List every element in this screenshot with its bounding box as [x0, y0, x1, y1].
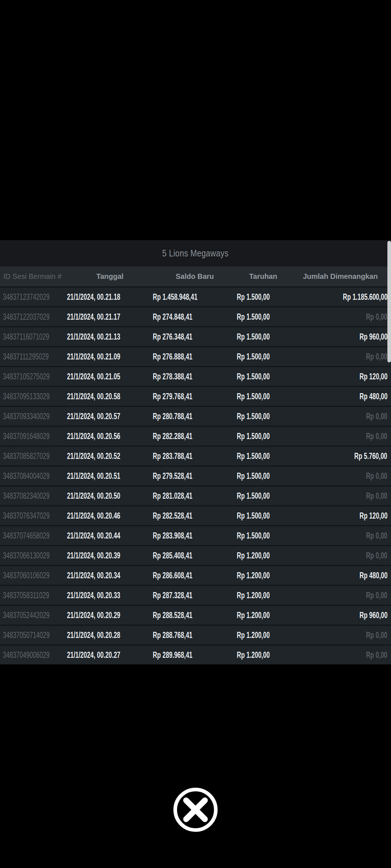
table-row: 34837060106029 21/1/2024, 00.20.34 Rp 28… — [0, 565, 391, 585]
new-balance-cell: Rp 283.908,41 — [153, 531, 237, 541]
date-cell: 21/1/2024, 00.20.44 — [67, 531, 153, 541]
date-cell: 21/1/2024, 00.20.29 — [67, 610, 153, 620]
bet-cell: Rp 1.200,00 — [237, 610, 290, 620]
amount-won-cell: Rp 0,00 — [290, 650, 391, 660]
new-balance-cell: Rp 282.528,41 — [153, 511, 237, 521]
screen: 5 Lions Megaways ID Sesi Bermain # Tangg… — [0, 0, 391, 868]
close-icon — [173, 828, 218, 833]
bet-cell: Rp 1.200,00 — [237, 551, 290, 561]
column-header-jumlah-dimenangkan: Jumlah Dimenangkan — [290, 272, 391, 281]
table-row: 34837082340029 21/1/2024, 00.20.50 Rp 28… — [0, 485, 391, 505]
amount-won-cell: Rp 0,00 — [290, 412, 391, 421]
bet-cell: Rp 1.500,00 — [237, 352, 290, 362]
amount-won-cell: Rp 0,00 — [290, 471, 391, 481]
amount-won-cell: Rp 960,00 — [290, 332, 391, 342]
new-balance-cell: Rp 276.888,41 — [153, 352, 237, 362]
date-cell: 21/1/2024, 00.21.18 — [67, 292, 153, 302]
bet-cell: Rp 1.500,00 — [237, 372, 290, 382]
session-id-cell: 34837052442029 — [0, 610, 67, 620]
amount-won-cell: Rp 960,00 — [290, 610, 391, 620]
scrollbar-thumb[interactable] — [387, 241, 391, 362]
new-balance-cell: Rp 279.768,41 — [153, 392, 237, 401]
session-id-cell: 34837123742029 — [0, 292, 67, 302]
new-balance-cell: Rp 283.788,41 — [153, 451, 237, 461]
bet-cell: Rp 1.500,00 — [237, 531, 290, 541]
bet-cell: Rp 1.500,00 — [237, 412, 290, 421]
table-row: 34837052442029 21/1/2024, 00.20.29 Rp 28… — [0, 605, 391, 625]
date-cell: 21/1/2024, 00.20.33 — [67, 591, 153, 600]
amount-won-cell: Rp 5.760,00 — [290, 451, 391, 461]
date-cell: 21/1/2024, 00.21.05 — [67, 372, 153, 382]
bet-cell: Rp 1.500,00 — [237, 431, 290, 441]
column-header-taruhan: Taruhan — [237, 272, 290, 281]
bet-cell: Rp 1.200,00 — [237, 571, 290, 580]
new-balance-cell: Rp 274.848,41 — [153, 312, 237, 322]
table-row: 34837085827029 21/1/2024, 00.20.52 Rp 28… — [0, 446, 391, 465]
date-cell: 21/1/2024, 00.20.51 — [67, 471, 153, 481]
table-row: 34837116071029 21/1/2024, 00.21.13 Rp 27… — [0, 326, 391, 346]
session-id-cell: 34837084004029 — [0, 471, 67, 481]
session-id-cell: 34837105275029 — [0, 372, 67, 382]
amount-won-cell: Rp 0,00 — [290, 591, 391, 600]
date-cell: 21/1/2024, 00.20.57 — [67, 412, 153, 421]
table-row: 34837123742029 21/1/2024, 00.21.18 Rp 1.… — [0, 286, 391, 306]
table-row: 34837105275029 21/1/2024, 00.21.05 Rp 27… — [0, 366, 391, 386]
game-history-modal: 5 Lions Megaways ID Sesi Bermain # Tangg… — [0, 240, 391, 664]
table-row: 34837093340029 21/1/2024, 00.20.57 Rp 28… — [0, 406, 391, 426]
table-row: 34837084004029 21/1/2024, 00.20.51 Rp 27… — [0, 465, 391, 485]
session-id-cell: 34837091648029 — [0, 431, 67, 441]
date-cell: 21/1/2024, 00.20.58 — [67, 392, 153, 401]
bet-cell: Rp 1.500,00 — [237, 511, 290, 521]
amount-won-cell: Rp 480,00 — [290, 571, 391, 580]
bet-cell: Rp 1.500,00 — [237, 471, 290, 481]
table-header-row: ID Sesi Bermain # Tanggal Saldo Baru Tar… — [0, 267, 391, 286]
bet-cell: Rp 1.500,00 — [237, 392, 290, 401]
table-row: 34837076347029 21/1/2024, 00.20.46 Rp 28… — [0, 505, 391, 525]
session-id-cell: 34837050714029 — [0, 630, 67, 640]
session-id-cell: 34837122037029 — [0, 312, 67, 322]
bet-cell: Rp 1.200,00 — [237, 650, 290, 660]
table-row: 34837122037029 21/1/2024, 00.21.17 Rp 27… — [0, 306, 391, 326]
amount-won-cell: Rp 0,00 — [290, 551, 391, 561]
new-balance-cell: Rp 279.528,41 — [153, 471, 237, 481]
bet-cell: Rp 1.200,00 — [237, 591, 290, 600]
column-header-saldo-baru: Saldo Baru — [153, 272, 237, 281]
date-cell: 21/1/2024, 00.20.52 — [67, 451, 153, 461]
session-id-cell: 34837095133029 — [0, 392, 67, 401]
new-balance-cell: Rp 276.348,41 — [153, 332, 237, 342]
column-header-tanggal: Tanggal — [67, 272, 153, 281]
new-balance-cell: Rp 287.328,41 — [153, 591, 237, 600]
column-header-id: ID Sesi Bermain # — [0, 272, 67, 281]
bet-cell: Rp 1.200,00 — [237, 630, 290, 640]
amount-won-cell: Rp 0,00 — [290, 352, 391, 362]
date-cell: 21/1/2024, 00.21.17 — [67, 312, 153, 322]
table-row: 34837074658029 21/1/2024, 00.20.44 Rp 28… — [0, 525, 391, 545]
amount-won-cell: Rp 480,00 — [290, 392, 391, 401]
session-id-cell: 34837116071029 — [0, 332, 67, 342]
session-id-cell: 34837074658029 — [0, 531, 67, 541]
new-balance-cell: Rp 286.608,41 — [153, 571, 237, 580]
amount-won-cell: Rp 0,00 — [290, 491, 391, 501]
table-row: 34837091648029 21/1/2024, 00.20.56 Rp 28… — [0, 426, 391, 446]
session-id-cell: 34837058311029 — [0, 591, 67, 600]
new-balance-cell: Rp 1.458.948,41 — [153, 292, 237, 302]
bet-cell: Rp 1.500,00 — [237, 292, 290, 302]
session-id-cell: 34837111295029 — [0, 352, 67, 362]
session-id-cell: 34837085827029 — [0, 451, 67, 461]
table-row: 34837049006029 21/1/2024, 00.20.27 Rp 28… — [0, 644, 391, 664]
bet-cell: Rp 1.500,00 — [237, 451, 290, 461]
table-row: 34837058311029 21/1/2024, 00.20.33 Rp 28… — [0, 585, 391, 605]
amount-won-cell: Rp 120,00 — [290, 372, 391, 382]
new-balance-cell: Rp 285.408,41 — [153, 551, 237, 561]
new-balance-cell: Rp 280.788,41 — [153, 412, 237, 421]
session-id-cell: 34837066130029 — [0, 551, 67, 561]
table-row: 34837066130029 21/1/2024, 00.20.39 Rp 28… — [0, 545, 391, 565]
close-button[interactable] — [173, 787, 218, 832]
date-cell: 21/1/2024, 00.20.50 — [67, 491, 153, 501]
session-id-cell: 34837060106029 — [0, 571, 67, 580]
history-table-body: 34837123742029 21/1/2024, 00.21.18 Rp 1.… — [0, 286, 391, 664]
session-id-cell: 34837093340029 — [0, 412, 67, 421]
amount-won-cell: Rp 0,00 — [290, 531, 391, 541]
session-id-cell: 34837076347029 — [0, 511, 67, 521]
game-title: 5 Lions Megaways — [162, 248, 228, 259]
